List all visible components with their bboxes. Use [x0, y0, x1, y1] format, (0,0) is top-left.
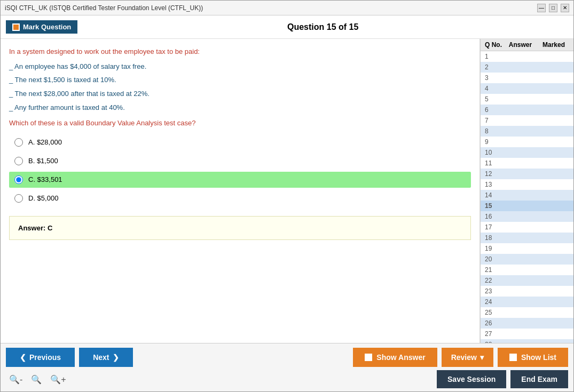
show-list-button[interactable]: Show List — [498, 348, 568, 367]
maximize-button[interactable]: □ — [549, 4, 557, 12]
sidebar-row[interactable]: 6 — [481, 105, 573, 115]
review-button[interactable]: Review ▾ — [442, 348, 493, 367]
sidebar-row[interactable]: 2 — [481, 62, 573, 73]
mark-question-label: Mark Question — [23, 23, 71, 31]
sidebar-row[interactable]: 21 — [481, 265, 573, 275]
chevron-down-icon: ▾ — [480, 353, 484, 362]
sidebar-row[interactable]: 23 — [481, 286, 573, 297]
sidebar-row[interactable]: 14 — [481, 190, 573, 201]
option-d[interactable]: D. $5,000 — [9, 190, 471, 206]
next-button[interactable]: Next ❯ — [79, 348, 132, 367]
sidebar-row[interactable]: 7 — [481, 115, 573, 126]
sidebar-row[interactable]: 25 — [481, 307, 573, 318]
option-b-text: B. $1,500 — [28, 157, 58, 165]
next-label: Next — [93, 353, 109, 362]
row-num: 27 — [482, 330, 503, 338]
row-num: 8 — [482, 127, 503, 135]
close-button[interactable]: ✕ — [561, 4, 569, 12]
zoom-in-button[interactable]: 🔍+ — [47, 373, 69, 386]
zoom-controls: 🔍- 🔍 🔍+ — [6, 373, 69, 386]
radio-b[interactable] — [14, 157, 23, 165]
sidebar-row[interactable]: 26 — [481, 318, 573, 329]
show-list-label: Show List — [521, 353, 556, 362]
option-b[interactable]: B. $1,500 — [9, 153, 471, 169]
answer-label: Answer: C — [18, 224, 52, 232]
mark-question-button[interactable]: Mark Question — [6, 20, 77, 34]
row-num: 15 — [482, 202, 503, 210]
row-num: 3 — [482, 74, 503, 82]
sidebar-row[interactable]: 17 — [481, 222, 573, 233]
option-a[interactable]: A. $28,000 — [9, 134, 471, 150]
row-num: 18 — [482, 234, 503, 242]
window-title: iSQI CTFL_UK (ISTQB Certified Tester Fou… — [5, 4, 203, 12]
sidebar-row[interactable]: 1 — [481, 51, 573, 62]
sidebar-row[interactable]: 28 — [481, 339, 573, 343]
zoom-out-button[interactable]: 🔍- — [6, 373, 26, 386]
show-list-checkbox-icon — [509, 354, 517, 361]
sidebar-row[interactable]: 19 — [481, 243, 573, 254]
header-q-no: Q No. — [482, 41, 503, 49]
minimize-icon: — — [539, 5, 544, 11]
toolbar: Mark Question Question 15 of 15 — [1, 15, 573, 39]
sidebar-row[interactable]: 12 — [481, 169, 573, 179]
sidebar-row[interactable]: 13 — [481, 179, 573, 190]
sidebar-row[interactable]: 4 — [481, 83, 573, 94]
option-c-text: C. $33,501 — [28, 175, 62, 183]
radio-c[interactable] — [14, 175, 23, 184]
row-num: 1 — [482, 53, 503, 60]
question-list-sidebar[interactable]: Q No. Answer Marked 1 2 3 4 5 6 — [480, 39, 573, 343]
secondary-buttons-row: 🔍- 🔍 🔍+ Save Session End Exam — [6, 370, 568, 388]
row-num: 16 — [482, 213, 503, 220]
sidebar-row[interactable]: 10 — [481, 147, 573, 158]
question-line-2: _ The next $1,500 is taxed at 10%. — [9, 75, 471, 86]
row-num: 9 — [482, 138, 503, 146]
maximize-icon: □ — [552, 5, 555, 11]
header-marked: Marked — [538, 41, 570, 49]
row-num: 6 — [482, 106, 503, 114]
review-label: Review — [451, 353, 477, 362]
app-window: iSQI CTFL_UK (ISTQB Certified Tester Fou… — [0, 0, 574, 392]
nav-buttons-row: ❮ Previous Next ❯ Show Answer Review ▾ S… — [6, 348, 568, 367]
sidebar-row[interactable]: 15 — [481, 201, 573, 211]
question-line-3: _ The next $28,000 after that is taxed a… — [9, 89, 471, 100]
sidebar-row[interactable]: 18 — [481, 233, 573, 243]
row-num: 19 — [482, 245, 503, 252]
question-intro: In a system designed to work out the emp… — [9, 46, 471, 57]
question-line-4: _ Any further amount is taxed at 40%. — [9, 102, 471, 114]
question-area: In a system designed to work out the emp… — [1, 39, 480, 343]
radio-a[interactable] — [14, 138, 23, 147]
header-answer: Answer — [503, 41, 538, 49]
sidebar-row[interactable]: 20 — [481, 254, 573, 265]
sidebar-row[interactable]: 9 — [481, 137, 573, 147]
save-session-label: Save Session — [447, 375, 496, 383]
left-arrow-icon: ❮ — [20, 353, 26, 362]
row-num: 17 — [482, 223, 503, 231]
radio-d[interactable] — [14, 194, 23, 203]
previous-button[interactable]: ❮ Previous — [6, 348, 75, 367]
row-num: 11 — [482, 159, 503, 167]
window-controls: — □ ✕ — [537, 4, 569, 12]
row-num: 26 — [482, 319, 503, 327]
question-title: Question 15 of 15 — [77, 22, 568, 32]
sidebar-row[interactable]: 16 — [481, 211, 573, 222]
sidebar-row[interactable]: 5 — [481, 94, 573, 105]
sidebar-row[interactable]: 22 — [481, 275, 573, 286]
save-session-button[interactable]: Save Session — [437, 370, 506, 388]
minimize-button[interactable]: — — [537, 4, 546, 12]
sidebar-row[interactable]: 11 — [481, 158, 573, 169]
option-c[interactable]: C. $33,501 — [9, 172, 471, 188]
close-icon: ✕ — [563, 5, 567, 11]
right-arrow-icon: ❯ — [113, 353, 119, 362]
main-content: In a system designed to work out the emp… — [1, 39, 573, 343]
sidebar-row[interactable]: 3 — [481, 73, 573, 83]
sidebar-row[interactable]: 8 — [481, 126, 573, 137]
show-answer-button[interactable]: Show Answer — [353, 348, 437, 367]
zoom-normal-button[interactable]: 🔍 — [28, 373, 45, 386]
row-num: 12 — [482, 170, 503, 178]
sidebar-row[interactable]: 24 — [481, 297, 573, 307]
end-exam-button[interactable]: End Exam — [510, 370, 568, 388]
sidebar-header: Q No. Answer Marked — [481, 39, 573, 51]
question-line-1: _ An employee has $4,000 of salary tax f… — [9, 61, 471, 73]
previous-label: Previous — [29, 353, 61, 362]
sidebar-row[interactable]: 27 — [481, 329, 573, 339]
